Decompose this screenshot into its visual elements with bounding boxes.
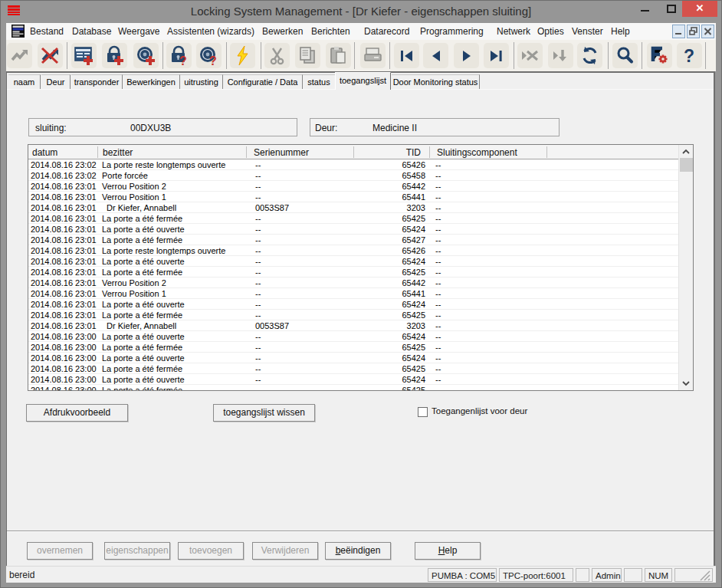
svg-text:?: ? (179, 54, 187, 66)
svg-text:?: ? (684, 46, 694, 66)
svg-text:?: ? (209, 54, 217, 66)
